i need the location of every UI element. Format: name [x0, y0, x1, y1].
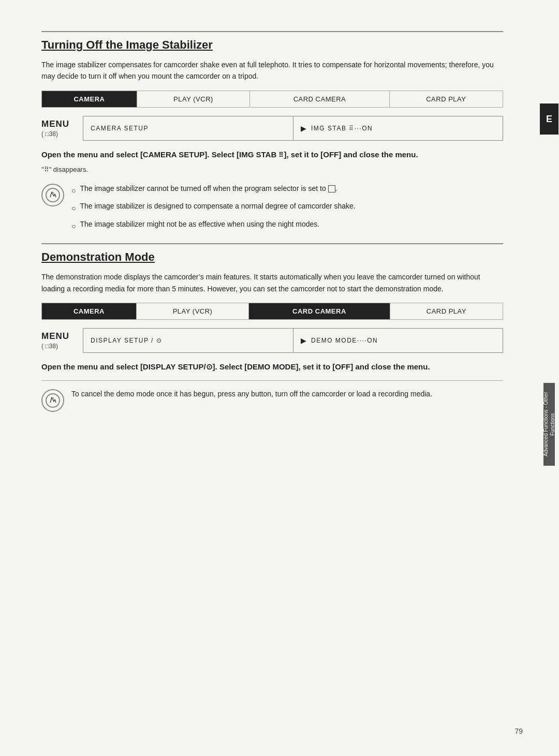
menu-items-box-1: CAMERA SETUP ▶ IMG STAB ⠿···ON [83, 116, 503, 141]
menu-item1-2: DISPLAY SETUP / ⊙ [83, 329, 293, 352]
note-box-1: ○ The image stabilizer cannot be turned … [41, 183, 503, 236]
menu-label-box-1: MENU ( □38) [41, 116, 83, 141]
note-box-2: To cancel the demo mode once it has begu… [41, 388, 503, 412]
section1-bold-heading-text: Open the menu and select [CAMERA SETUP].… [41, 150, 418, 159]
note-pencil-icon [46, 188, 60, 202]
disappears-text: "⠿" disappears. [41, 165, 503, 175]
page-wrapper: E Advanced Functions - Other Functions T… [0, 0, 559, 756]
tab-e: E [540, 103, 558, 135]
note-lines-2: To cancel the demo mode once it has begu… [71, 388, 503, 404]
menu-item2-1-label: IMG STAB ⠿···ON [311, 125, 373, 132]
mode-card-camera-2: CARD CAMERA [249, 303, 390, 320]
note-line-4: To cancel the demo mode once it has begu… [71, 388, 503, 399]
mode-table-2: CAMERA PLAY (VCR) CARD CAMERA CARD PLAY [41, 303, 503, 320]
menu-item2-1: ▶ IMG STAB ⠿···ON [293, 116, 503, 140]
mode-camera-2: CAMERA [42, 303, 137, 320]
section1-top-divider [41, 31, 503, 32]
svg-point-2 [46, 394, 60, 407]
menu-items-box-2: DISPLAY SETUP / ⊙ ▶ DEMO MODE····ON [83, 328, 503, 353]
menu-ref-2: ( □38) [41, 343, 58, 350]
bullet-2: ○ [71, 202, 76, 214]
note-line-1: ○ The image stabilizer cannot be turned … [71, 183, 503, 196]
tab-advanced-label: Advanced Functions - Other Functions [542, 388, 556, 461]
menu-label-1: MENU [41, 119, 69, 129]
tab-advanced: Advanced Functions - Other Functions [543, 383, 555, 466]
section2-bold-heading-text: Open the menu and select [DISPLAY SETUP/… [41, 362, 430, 371]
note-text-2: The image stabilizer is designed to comp… [80, 200, 355, 212]
mode-card-play-2: CARD PLAY [390, 303, 503, 320]
note-line-3: ○ The image stabilizer might not be as e… [71, 218, 503, 232]
mode-card-camera-1: CARD CAMERA [250, 91, 390, 107]
mode-play-2: PLAY (VCR) [136, 303, 248, 320]
svg-point-0 [46, 188, 60, 202]
section1-paragraph1: The image stabilizer compensates for cam… [41, 59, 503, 82]
menu-label-2: MENU [41, 331, 69, 342]
menu-ref-1: ( □38) [41, 130, 58, 138]
page-number: 79 [514, 727, 523, 735]
note-line-2: ○ The image stabilizer is designed to co… [71, 200, 503, 214]
svg-point-3 [52, 397, 54, 399]
section2-note-divider [41, 380, 503, 381]
main-content: Turning Off the Image Stabilizer The ima… [0, 0, 539, 756]
menu-row-1: MENU ( □38) CAMERA SETUP ▶ IMG STAB ⠿···… [41, 116, 503, 141]
section2-top-divider [41, 243, 503, 244]
small-square-icon [328, 185, 335, 192]
arrow-icon-1: ▶ [301, 124, 307, 132]
note-lines-1: ○ The image stabilizer cannot be turned … [71, 183, 503, 236]
section2-title: Demonstration Mode [41, 250, 503, 264]
menu-item2-2-label: DEMO MODE····ON [311, 337, 378, 344]
mode-table-1: CAMERA PLAY (VCR) CARD CAMERA CARD PLAY [41, 91, 503, 108]
arrow-icon-2: ▶ [301, 336, 307, 345]
section2-paragraph1: The demonstration mode displays the camc… [41, 271, 503, 294]
section1-bold-heading: Open the menu and select [CAMERA SETUP].… [41, 149, 503, 161]
section1-title: Turning Off the Image Stabilizer [41, 38, 503, 52]
menu-label-box-2: MENU ( □38) [41, 328, 83, 353]
mode-camera-1: CAMERA [42, 91, 137, 107]
note-pencil-icon-2 [46, 393, 60, 408]
svg-point-1 [52, 192, 54, 194]
bullet-1: ○ [71, 185, 76, 196]
right-tab: E Advanced Functions - Other Functions [539, 0, 559, 756]
note-text-4: To cancel the demo mode once it has begu… [71, 388, 432, 399]
note-icon-1 [41, 184, 64, 206]
menu-item1-1: CAMERA SETUP [83, 116, 293, 140]
bullet-3: ○ [71, 220, 76, 232]
menu-row-2: MENU ( □38) DISPLAY SETUP / ⊙ ▶ DEMO MOD… [41, 328, 503, 353]
section2-bold-heading: Open the menu and select [DISPLAY SETUP/… [41, 361, 503, 373]
note-text-3: The image stabilizer might not be as eff… [80, 218, 319, 230]
note-icon-2 [41, 389, 64, 412]
mode-play-1: PLAY (VCR) [137, 91, 249, 107]
menu-item2-2: ▶ DEMO MODE····ON [293, 329, 503, 352]
menu-item1-2-label: DISPLAY SETUP / ⊙ [91, 337, 162, 344]
note-text-1: The image stabilizer cannot be turned of… [80, 183, 337, 194]
mode-card-play-1: CARD PLAY [389, 91, 503, 107]
